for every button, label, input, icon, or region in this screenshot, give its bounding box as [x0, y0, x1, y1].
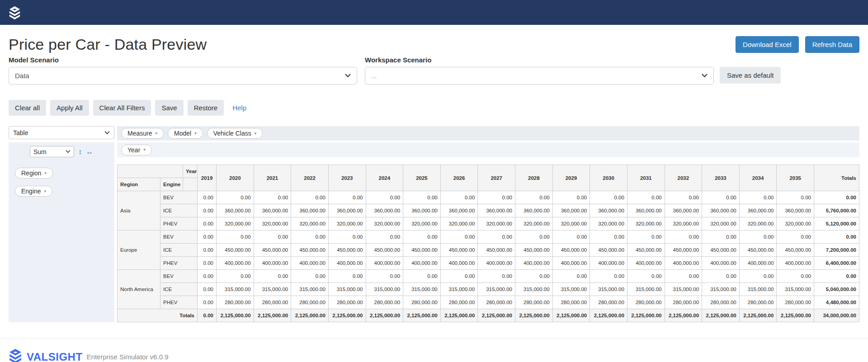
- pivot-value-cell: 280,000.00: [366, 296, 403, 309]
- caret-down-icon: ▾: [194, 132, 197, 136]
- pivot-value-cell: 0.00: [665, 230, 702, 244]
- vertical-resize-icon[interactable]: ↕: [78, 148, 82, 156]
- pivot-column-total-cell: 2,125,000.00: [515, 309, 553, 322]
- model-scenario-select[interactable]: Data: [9, 67, 357, 85]
- pivot-value-cell: 360,000.00: [627, 204, 665, 217]
- pivot-value-cell: 320,000.00: [217, 217, 254, 230]
- pivot-value-cell: 0.00: [403, 230, 441, 244]
- view-type-value: Table: [13, 129, 28, 136]
- page-title: Price per Car - Data Preview: [9, 36, 207, 53]
- version-text: Enterprise Simulator v6.0.9: [87, 353, 169, 361]
- chevron-down-icon: [104, 131, 110, 135]
- row-dimension-pill-region[interactable]: Region▾: [15, 168, 53, 179]
- pivot-value-cell: 360,000.00: [777, 204, 814, 217]
- clear-all-button[interactable]: Clear all: [9, 100, 46, 116]
- dimension-pill-measure[interactable]: Measure▾: [121, 128, 164, 139]
- valsight-logo-icon[interactable]: [9, 6, 21, 19]
- pivot-value-cell: 280,000.00: [440, 296, 478, 309]
- pivot-value-cell: 360,000.00: [739, 204, 777, 217]
- pivot-value-cell: 360,000.00: [440, 204, 478, 217]
- pivot-value-cell: 320,000.00: [665, 217, 702, 230]
- pivot-year-header: 2019: [198, 165, 217, 191]
- pivot-value-cell: 400,000.00: [665, 257, 702, 270]
- pivot-value-cell: 450,000.00: [590, 244, 627, 257]
- caret-down-icon: ▾: [44, 171, 47, 175]
- pivot-value-cell: 360,000.00: [702, 204, 740, 217]
- pivot-value-cell: 315,000.00: [366, 283, 403, 296]
- pivot-value-cell: 320,000.00: [590, 217, 627, 230]
- pivot-value-cell: 320,000.00: [478, 217, 515, 230]
- pivot-value-cell: 0.00: [328, 191, 366, 204]
- clear-all-filters-button[interactable]: Clear All Filters: [93, 100, 151, 116]
- pivot-value-cell: 0.00: [198, 244, 217, 257]
- pivot-column-total-cell: 0.00: [198, 309, 217, 322]
- workspace-scenario-value: ...: [371, 72, 377, 80]
- pivot-value-cell: 0.00: [590, 270, 627, 283]
- help-link[interactable]: Help: [232, 104, 246, 112]
- pivot-value-cell: 0.00: [552, 230, 590, 244]
- caret-down-icon: ▾: [143, 148, 146, 152]
- refresh-data-button[interactable]: Refresh Data: [805, 36, 859, 53]
- caret-down-icon: ▾: [44, 189, 47, 193]
- restore-button[interactable]: Restore: [188, 100, 224, 116]
- pivot-value-cell: 0.00: [515, 191, 553, 204]
- pivot-engine-cell: PHEV: [160, 217, 198, 230]
- pivot-value-cell: 0.00: [198, 270, 217, 283]
- pivot-column-dimension-label: Year: [183, 165, 198, 178]
- apply-all-button[interactable]: Apply All: [50, 100, 89, 116]
- pivot-empty-header-cell: [183, 178, 198, 191]
- pivot-value-cell: 0.00: [217, 270, 254, 283]
- pivot-row-total-cell: 5,760,000.00: [814, 204, 859, 217]
- pivot-value-cell: 400,000.00: [440, 257, 478, 270]
- pivot-year-header: 2023: [328, 165, 366, 191]
- save-as-default-button[interactable]: Save as default: [720, 67, 781, 84]
- column-dimensions-strip: Year▾: [117, 142, 859, 157]
- download-excel-button[interactable]: Download Excel: [736, 36, 799, 53]
- save-button[interactable]: Save: [155, 100, 183, 116]
- pivot-value-cell: 0.00: [478, 270, 515, 283]
- row-dimension-pill-engine[interactable]: Engine▾: [15, 186, 52, 197]
- pivot-engine-cell: PHEV: [160, 257, 198, 270]
- pivot-value-cell: 0.00: [198, 191, 217, 204]
- pivot-value-cell: 320,000.00: [777, 217, 814, 230]
- pivot-value-cell: 0.00: [590, 230, 627, 244]
- aggregation-select[interactable]: Sum: [30, 146, 74, 157]
- column-dimension-pill-year[interactable]: Year▾: [121, 145, 152, 155]
- table-row: PHEV0.00280,000.00280,000.00280,000.0028…: [118, 296, 859, 309]
- pivot-year-header: 2029: [552, 165, 590, 191]
- pivot-value-cell: 280,000.00: [739, 296, 777, 309]
- pivot-region-cell: North America: [118, 270, 160, 309]
- pivot-value-cell: 0.00: [739, 191, 777, 204]
- pivot-row-total-cell: 0.00: [814, 270, 859, 283]
- pivot-value-cell: 315,000.00: [478, 283, 515, 296]
- pivot-value-cell: 320,000.00: [328, 217, 366, 230]
- pivot-value-cell: 0.00: [403, 270, 441, 283]
- pivot-value-cell: 450,000.00: [217, 244, 254, 257]
- pivot-row-total-cell: 0.00: [814, 230, 859, 244]
- pivot-value-cell: 450,000.00: [515, 244, 553, 257]
- pivot-value-cell: 450,000.00: [777, 244, 814, 257]
- pivot-value-cell: 0.00: [552, 270, 590, 283]
- horizontal-resize-icon[interactable]: ↔: [86, 148, 93, 156]
- pivot-column-total-cell: 2,125,000.00: [590, 309, 627, 322]
- pivot-value-cell: 400,000.00: [478, 257, 515, 270]
- dimension-pill-vehicle-class[interactable]: Vehicle Class▾: [207, 128, 263, 139]
- dimension-pill-model[interactable]: Model▾: [168, 128, 203, 139]
- pivot-value-cell: 0.00: [328, 230, 366, 244]
- pivot-value-cell: 400,000.00: [366, 257, 403, 270]
- workspace-scenario-select[interactable]: ...: [365, 67, 714, 85]
- view-type-select[interactable]: Table: [9, 126, 114, 139]
- pivot-totals-column-header: Totals: [814, 165, 859, 191]
- caret-down-icon: ▾: [255, 132, 257, 136]
- pivot-value-cell: 0.00: [627, 191, 665, 204]
- pivot-value-cell: 450,000.00: [328, 244, 366, 257]
- pivot-value-cell: 320,000.00: [702, 217, 740, 230]
- pivot-value-cell: 400,000.00: [777, 257, 814, 270]
- top-navbar: [0, 0, 868, 25]
- pivot-year-header: 2024: [366, 165, 403, 191]
- pivot-value-cell: 315,000.00: [291, 283, 329, 296]
- pivot-value-cell: 315,000.00: [254, 283, 291, 296]
- pivot-column-total-cell: 2,125,000.00: [552, 309, 590, 322]
- chevron-down-icon: [66, 150, 71, 153]
- pivot-value-cell: 0.00: [291, 270, 329, 283]
